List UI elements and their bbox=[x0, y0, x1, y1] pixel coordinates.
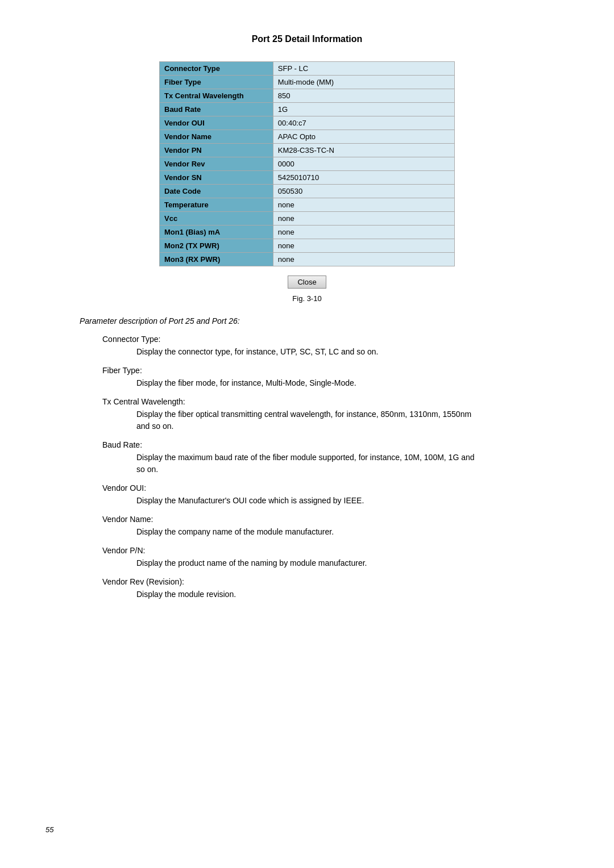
table-value-cell: 00:40:c7 bbox=[273, 116, 454, 130]
table-label-cell: Vendor Name bbox=[160, 130, 273, 144]
table-label-cell: Vendor SN bbox=[160, 171, 273, 185]
table-value-cell: 0000 bbox=[273, 157, 454, 171]
table-row: Fiber TypeMulti-mode (MM) bbox=[160, 76, 455, 89]
table-label-cell: Vendor PN bbox=[160, 144, 273, 157]
info-table-wrapper: Connector TypeSFP - LCFiber TypeMulti-mo… bbox=[45, 61, 569, 266]
param-title: Connector Type: bbox=[102, 335, 569, 344]
close-button[interactable]: Close bbox=[288, 276, 326, 289]
table-label-cell: Baud Rate bbox=[160, 103, 273, 116]
param-title: Vendor OUI: bbox=[102, 483, 569, 493]
table-row: Vendor PNKM28-C3S-TC-N bbox=[160, 144, 455, 157]
table-row: Temperaturenone bbox=[160, 198, 455, 212]
table-label-cell: Vcc bbox=[160, 212, 273, 226]
param-desc: Display the module revision. bbox=[136, 589, 478, 600]
table-row: Baud Rate1G bbox=[160, 103, 455, 116]
param-section: Vendor OUI:Display the Manufacturer's OU… bbox=[102, 483, 569, 507]
table-value-cell: Multi-mode (MM) bbox=[273, 76, 454, 89]
param-title: Vendor Rev (Revision): bbox=[102, 577, 569, 586]
table-value-cell: none bbox=[273, 198, 454, 212]
table-row: Vendor SN5425010710 bbox=[160, 171, 455, 185]
param-desc: Display the fiber optical transmitting c… bbox=[136, 408, 478, 432]
table-value-cell: none bbox=[273, 226, 454, 239]
close-button-wrapper: Close bbox=[45, 276, 569, 289]
table-value-cell: none bbox=[273, 253, 454, 266]
table-value-cell: none bbox=[273, 212, 454, 226]
table-row: Mon3 (RX PWR)none bbox=[160, 253, 455, 266]
param-desc: Display the connector type, for instance… bbox=[136, 346, 478, 358]
param-title: Baud Rate: bbox=[102, 440, 569, 449]
table-row: Vccnone bbox=[160, 212, 455, 226]
param-section: Tx Central Wavelength:Display the fiber … bbox=[102, 397, 569, 432]
table-label-cell: Vendor OUI bbox=[160, 116, 273, 130]
table-value-cell: 5425010710 bbox=[273, 171, 454, 185]
param-section: Fiber Type:Display the fiber mode, for i… bbox=[102, 366, 569, 389]
param-title: Fiber Type: bbox=[102, 366, 569, 375]
params-container: Connector Type:Display the connector typ… bbox=[45, 335, 569, 600]
table-row: Date Code050530 bbox=[160, 185, 455, 198]
table-value-cell: 050530 bbox=[273, 185, 454, 198]
table-value-cell: KM28-C3S-TC-N bbox=[273, 144, 454, 157]
param-section: Vendor P/N:Display the product name of t… bbox=[102, 546, 569, 569]
table-label-cell: Mon1 (Bias) mA bbox=[160, 226, 273, 239]
param-title: Vendor Name: bbox=[102, 515, 569, 524]
table-row: Vendor OUI00:40:c7 bbox=[160, 116, 455, 130]
param-desc: Display the product name of the naming b… bbox=[136, 557, 478, 569]
param-section: Connector Type:Display the connector typ… bbox=[102, 335, 569, 358]
param-section: Vendor Rev (Revision):Display the module… bbox=[102, 577, 569, 600]
table-value-cell: none bbox=[273, 239, 454, 253]
info-table: Connector TypeSFP - LCFiber TypeMulti-mo… bbox=[159, 61, 455, 266]
table-row: Mon2 (TX PWR)none bbox=[160, 239, 455, 253]
table-label-cell: Temperature bbox=[160, 198, 273, 212]
table-row: Mon1 (Bias) mAnone bbox=[160, 226, 455, 239]
param-desc: Display the fiber mode, for instance, Mu… bbox=[136, 377, 478, 389]
table-label-cell: Mon2 (TX PWR) bbox=[160, 239, 273, 253]
param-section: Vendor Name:Display the company name of … bbox=[102, 515, 569, 538]
param-desc: Display the maximum baud rate of the fib… bbox=[136, 452, 478, 475]
table-label-cell: Tx Central Wavelength bbox=[160, 89, 273, 103]
section-title: Parameter description of Port 25 and Por… bbox=[80, 316, 569, 326]
param-title: Vendor P/N: bbox=[102, 546, 569, 555]
fig-caption: Fig. 3-10 bbox=[45, 294, 569, 303]
table-label-cell: Vendor Rev bbox=[160, 157, 273, 171]
table-label-cell: Mon3 (RX PWR) bbox=[160, 253, 273, 266]
param-desc: Display the Manufacturer's OUI code whic… bbox=[136, 495, 478, 507]
param-title: Tx Central Wavelength: bbox=[102, 397, 569, 406]
table-row: Vendor Rev0000 bbox=[160, 157, 455, 171]
table-label-cell: Date Code bbox=[160, 185, 273, 198]
table-label-cell: Fiber Type bbox=[160, 76, 273, 89]
table-value-cell: SFP - LC bbox=[273, 62, 454, 76]
page-title: Port 25 Detail Information bbox=[45, 34, 569, 44]
table-row: Vendor NameAPAC Opto bbox=[160, 130, 455, 144]
table-value-cell: 850 bbox=[273, 89, 454, 103]
param-section: Baud Rate:Display the maximum baud rate … bbox=[102, 440, 569, 475]
table-value-cell: APAC Opto bbox=[273, 130, 454, 144]
table-row: Tx Central Wavelength850 bbox=[160, 89, 455, 103]
table-value-cell: 1G bbox=[273, 103, 454, 116]
page-number: 55 bbox=[45, 825, 53, 834]
table-label-cell: Connector Type bbox=[160, 62, 273, 76]
table-row: Connector TypeSFP - LC bbox=[160, 62, 455, 76]
param-desc: Display the company name of the module m… bbox=[136, 526, 478, 538]
